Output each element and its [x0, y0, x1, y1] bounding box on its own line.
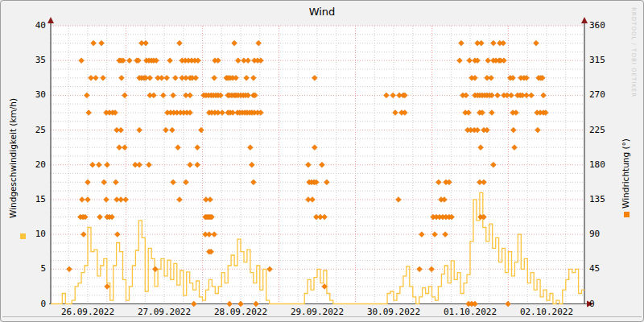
right-axis-tick-label: 270 — [589, 89, 621, 100]
wind-direction-point — [84, 93, 89, 98]
wind-direction-point — [215, 58, 221, 64]
wind-direction-point — [489, 110, 495, 116]
bottom-divider-line — [2, 316, 642, 317]
wind-direction-point — [147, 75, 153, 80]
left-axis-tick-label: 20 — [23, 159, 46, 170]
wind-direction-point — [177, 197, 183, 203]
wind-direction-point — [212, 75, 217, 80]
wind-direction-point — [93, 75, 98, 80]
wind-direction-point — [419, 232, 424, 237]
wind-direction-point — [481, 214, 487, 220]
wind-direction-point — [199, 127, 204, 133]
wind-direction-point — [235, 58, 241, 64]
wind-direction-point — [227, 301, 233, 307]
wind-direction-point — [143, 40, 149, 46]
wind-direction-point — [101, 75, 106, 80]
wind-direction-point — [535, 127, 541, 133]
wind-direction-point — [80, 232, 86, 237]
wind-direction-point — [193, 75, 199, 80]
right-axis-tick-label: 0 — [589, 299, 621, 309]
wind-direction-point — [105, 284, 110, 290]
right-axis-tick-label: 45 — [589, 263, 621, 274]
wind-direction-point — [478, 40, 484, 46]
wind-direction-point — [188, 93, 193, 98]
wind-direction-point — [481, 180, 487, 185]
wind-direction-point — [123, 197, 129, 203]
wind-direction-legend-swatch — [624, 212, 630, 217]
right-axis-tick-label: 135 — [589, 194, 621, 204]
right-axis-tick-label: 180 — [589, 159, 621, 170]
wind-direction-point — [238, 301, 244, 307]
wind-direction-point — [91, 40, 97, 46]
wind-direction-point — [105, 162, 110, 167]
wind-direction-point — [529, 93, 535, 98]
wind-direction-point — [383, 93, 389, 98]
wind-direction-point — [90, 162, 96, 167]
left-axis-tick-label: 35 — [23, 55, 46, 65]
wind-direction-point — [175, 145, 181, 151]
wind-direction-point — [443, 232, 448, 237]
wind-direction-point — [153, 266, 159, 272]
chart-canvas — [1, 1, 643, 321]
left-axis-label: Windgeschwindigkeit (km/h) — [8, 98, 18, 218]
wind-direction-point — [256, 40, 262, 46]
wind-direction-point — [113, 180, 118, 185]
wind-direction-point — [96, 162, 101, 167]
wind-direction-point — [446, 180, 452, 185]
wind-direction-point — [320, 162, 325, 167]
wind-direction-point — [506, 301, 511, 307]
wind-direction-point — [478, 145, 484, 151]
wind-direction-point — [97, 214, 103, 220]
wind-direction-point — [258, 110, 264, 116]
wind-direction-point — [212, 232, 217, 237]
wind-direction-point — [79, 197, 85, 203]
wind-direction-point — [137, 162, 142, 167]
wind-direction-point — [459, 40, 464, 46]
wind-direction-point — [512, 145, 518, 151]
wind-direction-point — [510, 127, 516, 133]
wind-direction-point — [501, 40, 506, 46]
wind-direction-point — [163, 127, 169, 133]
wind-direction-point — [169, 127, 175, 133]
wind-direction-point — [467, 58, 473, 64]
wind-direction-point — [172, 75, 178, 80]
wind-chart-widget: Wind Windgeschwindigkeit (km/h) Windrich… — [0, 0, 644, 322]
wind-direction-point — [267, 266, 273, 272]
wind-direction-point — [432, 232, 438, 237]
wind-direction-point — [249, 162, 254, 167]
wind-direction-point — [417, 266, 423, 272]
wind-direction-point — [117, 145, 122, 151]
right-axis-tick-label: 360 — [589, 20, 621, 31]
wind-direction-point — [436, 180, 441, 185]
wind-direction-point — [322, 214, 328, 220]
wind-direction-point — [258, 58, 264, 64]
wind-direction-point — [147, 162, 152, 167]
wind-direction-point — [101, 180, 107, 185]
wind-direction-point — [171, 180, 176, 185]
wind-direction-point — [233, 75, 239, 80]
right-axis-label: Windrichtung (°) — [621, 138, 630, 208]
wind-direction-point — [79, 58, 85, 64]
wind-direction-point — [396, 197, 402, 203]
rrdtool-watermark: RRDTOOL / TOBI OETIKER — [630, 7, 637, 97]
wind-direction-point — [122, 93, 128, 98]
wind-direction-point — [114, 232, 120, 237]
wind-direction-point — [509, 93, 514, 98]
wind-direction-point — [171, 93, 176, 98]
left-axis-tick-label: 30 — [23, 89, 46, 100]
wind-direction-point — [167, 58, 173, 64]
wind-direction-point — [86, 110, 92, 116]
left-axis-tick-label: 0 — [23, 299, 46, 309]
wind-direction-point — [191, 301, 196, 307]
wind-direction-point — [137, 127, 142, 133]
wind-direction-point — [118, 127, 124, 133]
wind-direction-point — [324, 180, 329, 185]
wind-direction-point — [177, 40, 183, 46]
wind-direction-point — [220, 110, 225, 116]
wind-direction-point — [310, 197, 316, 203]
wind-direction-point — [463, 93, 469, 98]
wind-direction-point — [206, 232, 212, 237]
left-axis-tick-label: 25 — [23, 125, 46, 135]
wind-direction-point — [232, 40, 237, 46]
wind-direction-point — [160, 93, 166, 98]
